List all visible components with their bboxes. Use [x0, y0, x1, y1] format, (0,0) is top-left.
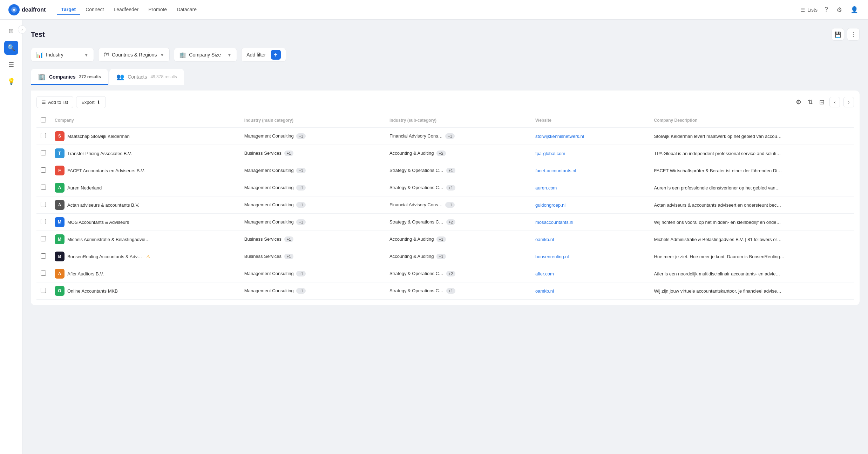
row-checkbox[interactable] — [41, 288, 46, 293]
row-checkbox[interactable] — [41, 253, 46, 259]
warning-icon: ⚠ — [146, 254, 150, 259]
description-cell: FACET Wirtschaftsprüfer & Berater ist ei… — [650, 162, 854, 179]
logo-icon — [8, 4, 20, 15]
row-checkbox[interactable] — [41, 202, 46, 207]
industry-sub-value: Accounting & Auditing — [389, 236, 434, 242]
website-link[interactable]: facet-accountants.nl — [535, 168, 576, 173]
nav-link-datacare[interactable]: Datacare — [172, 5, 201, 15]
sidebar-collapse-button[interactable]: › — [18, 25, 26, 34]
company-size-filter[interactable]: 🏢 Company Size ▼ — [174, 48, 237, 62]
filter-icon-button[interactable]: ⇅ — [806, 97, 814, 107]
add-filter-label: Add filter — [246, 52, 266, 58]
add-to-list-icon: ☰ — [42, 100, 46, 105]
company-logo: A — [55, 200, 65, 210]
industry-main-badge: +1 — [296, 185, 306, 191]
lists-button[interactable]: ☰ Lists — [801, 7, 818, 13]
industry-main-cell: Management Consulting +1 — [240, 196, 385, 214]
sidebar-icon-grid[interactable]: ⊞ — [4, 24, 18, 38]
company-size-filter-icon: 🏢 — [179, 52, 186, 58]
sidebar-icon-insight[interactable]: 💡 — [4, 74, 18, 88]
select-all-checkbox[interactable] — [41, 117, 46, 122]
row-checkbox[interactable] — [41, 219, 46, 224]
website-link[interactable]: tpa-global.com — [535, 151, 565, 156]
view-toggle-button[interactable]: ⊟ — [818, 97, 826, 107]
website-link[interactable]: guidongroep.nl — [535, 202, 565, 208]
website-link[interactable]: bonsenreuling.nl — [535, 254, 569, 259]
company-name[interactable]: Michels Administratie & Belastingadvie… — [67, 237, 150, 242]
prev-page-button[interactable]: ‹ — [829, 97, 840, 107]
profile-button[interactable]: 👤 — [849, 5, 860, 15]
sidebar-icon-list[interactable]: ☰ — [4, 58, 18, 72]
website-cell: guidongroep.nl — [531, 196, 650, 214]
nav-link-target[interactable]: Target — [57, 5, 80, 15]
tab-contacts[interactable]: 👥 Contacts 49,378 results — [109, 69, 184, 85]
description-cell: Afier is een noordelijk multidisciplinai… — [650, 265, 854, 282]
logo[interactable]: dealfront — [8, 4, 46, 15]
company-logo: T — [55, 148, 65, 158]
help-button[interactable]: ? — [823, 5, 829, 15]
industry-filter-icon: 📊 — [36, 52, 43, 58]
row-checkbox[interactable] — [41, 150, 46, 155]
next-page-button[interactable]: › — [843, 97, 854, 107]
row-checkbox[interactable] — [41, 167, 46, 173]
website-link[interactable]: afier.com — [535, 271, 554, 276]
company-name[interactable]: BonsenReuling Accountants & Adv… — [67, 254, 142, 259]
row-checkbox[interactable] — [41, 236, 46, 241]
tab-companies[interactable]: 🏢 Companies 372 results — [31, 69, 108, 85]
industry-main-value: Management Consulting — [244, 288, 294, 293]
countries-filter[interactable]: 🗺 Countries & Regions ▼ — [98, 48, 170, 62]
industry-main-badge: +1 — [296, 219, 306, 225]
table-row: B BonsenReuling Accountants & Adv… ⚠ Bus… — [36, 248, 854, 265]
row-checkbox-cell — [36, 127, 50, 145]
export-button[interactable]: Export ⬇ — [76, 96, 106, 108]
industry-filter[interactable]: 📊 Industry ▼ — [31, 48, 94, 62]
company-name[interactable]: Actan adviseurs & accountants B.V. — [67, 202, 139, 208]
countries-filter-arrow: ▼ — [160, 52, 164, 58]
industry-sub-badge: +1 — [445, 133, 455, 139]
contacts-tab-count: 49,378 results — [150, 74, 177, 79]
industry-sub-badge: +2 — [436, 151, 446, 156]
website-link[interactable]: stolwijkkennisnetwerk.nl — [535, 134, 584, 139]
nav-link-leadfeeder[interactable]: Leadfeeder — [109, 5, 143, 15]
top-nav: dealfront Target Connect Leadfeeder Prom… — [0, 0, 868, 20]
nav-link-promote[interactable]: Promote — [144, 5, 171, 15]
company-name[interactable]: FACET Accountants en Adviseurs B.V. — [67, 168, 145, 173]
industry-sub-cell: Strategy & Operations C… +2 — [385, 214, 531, 231]
row-checkbox-cell — [36, 231, 50, 248]
sidebar-icon-search[interactable]: 🔍 — [4, 41, 18, 55]
industry-main-badge: +1 — [296, 133, 306, 139]
website-link[interactable]: auren.com — [535, 185, 557, 191]
add-to-list-button[interactable]: ☰ Add to list — [36, 96, 73, 108]
website-link[interactable]: mosaccountants.nl — [535, 220, 573, 225]
description-cell: Michels Administratie & Belastingadvies … — [650, 231, 854, 248]
company-name[interactable]: MOS Accountants & Adviseurs — [67, 220, 129, 225]
company-description: TPA Global is an independent professiona… — [654, 151, 781, 156]
website-cell: facet-accountants.nl — [531, 162, 650, 179]
company-name[interactable]: Auren Nederland — [67, 185, 102, 191]
row-checkbox[interactable] — [41, 271, 46, 276]
add-filter-button[interactable]: Add filter + — [241, 48, 286, 62]
row-checkbox[interactable] — [41, 133, 46, 138]
website-link[interactable]: oamkb.nl — [535, 288, 554, 294]
company-name[interactable]: Afier Auditors B.V. — [67, 271, 104, 276]
company-name[interactable]: Maatschap Stolwijk Kelderman — [67, 134, 130, 139]
nav-link-connect[interactable]: Connect — [81, 5, 108, 15]
industry-main-cell: Management Consulting +1 — [240, 214, 385, 231]
company-name[interactable]: Transfer Pricing Associates B.V. — [67, 151, 132, 156]
website-link[interactable]: oamkb.nl — [535, 237, 554, 242]
header-company: Company — [50, 114, 240, 127]
company-cell: O Online Accountants MKB — [50, 282, 240, 300]
company-description: Wij richten ons vooral op het midden- en… — [654, 220, 781, 225]
website-cell: oamkb.nl — [531, 282, 650, 300]
save-button[interactable]: 💾 — [832, 28, 844, 41]
company-name[interactable]: Online Accountants MKB — [67, 288, 118, 294]
industry-sub-cell: Financial Advisory Cons… +1 — [385, 127, 531, 145]
column-settings-button[interactable]: ⚙ — [794, 97, 803, 107]
more-options-button[interactable]: ⋮ — [847, 28, 860, 41]
description-cell: Wij zijn jouw virtuele accountantskantoo… — [650, 282, 854, 300]
row-checkbox[interactable] — [41, 185, 46, 190]
toolbar-right: ⚙ ⇅ ⊟ ‹ › — [794, 97, 854, 107]
main-content: Test 💾 ⋮ 📊 Industry ▼ 🗺 Countries & Regi… — [22, 20, 868, 454]
website-cell: stolwijkkennisnetwerk.nl — [531, 127, 650, 145]
settings-button[interactable]: ⚙ — [835, 5, 843, 15]
